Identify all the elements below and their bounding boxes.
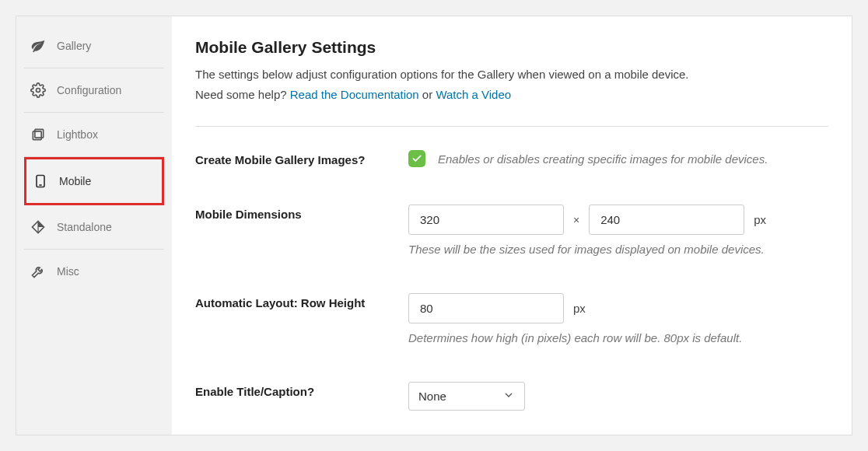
svg-point-0 bbox=[37, 89, 40, 93]
field-label: Mobile Dimensions bbox=[195, 205, 390, 221]
field-label: Create Mobile Gallery Images? bbox=[195, 150, 390, 166]
divider bbox=[195, 126, 828, 127]
field-create-images: Create Mobile Gallery Images? Enables or… bbox=[195, 150, 828, 167]
select-title-caption[interactable]: None bbox=[408, 382, 525, 411]
sidebar-item-misc[interactable]: Misc bbox=[24, 250, 164, 293]
hint-row-height: Determines how high (in pixels) each row… bbox=[408, 331, 828, 344]
input-height[interactable] bbox=[589, 205, 744, 235]
svg-rect-2 bbox=[33, 131, 41, 140]
or-text: or bbox=[419, 88, 436, 101]
input-width[interactable] bbox=[408, 205, 564, 235]
sidebar-item-lightbox[interactable]: Lightbox bbox=[24, 113, 164, 157]
toggle-create-images[interactable] bbox=[408, 150, 425, 167]
sidebar-item-label: Gallery bbox=[57, 40, 91, 52]
field-label: Automatic Layout: Row Height bbox=[195, 293, 390, 309]
times-symbol: × bbox=[573, 214, 579, 226]
diamond-icon bbox=[30, 219, 46, 235]
main-content: Mobile Gallery Settings The settings bel… bbox=[172, 16, 852, 435]
sidebar-item-mobile[interactable]: Mobile bbox=[24, 157, 164, 205]
sidebar: Gallery Configuration Lightbox Mobile St bbox=[16, 16, 172, 435]
leaf-icon bbox=[30, 38, 46, 54]
field-dimensions: Mobile Dimensions × px These will be the… bbox=[195, 205, 828, 256]
sidebar-item-configuration[interactable]: Configuration bbox=[24, 68, 164, 113]
wrench-icon bbox=[30, 264, 46, 279]
video-link[interactable]: Watch a Video bbox=[436, 88, 511, 101]
page-title: Mobile Gallery Settings bbox=[195, 38, 828, 57]
sidebar-item-label: Configuration bbox=[57, 84, 121, 96]
select-value: None bbox=[418, 390, 446, 403]
docs-link[interactable]: Read the Documentation bbox=[290, 88, 419, 101]
svg-rect-1 bbox=[35, 129, 44, 138]
check-icon bbox=[411, 153, 422, 164]
input-row-height[interactable] bbox=[408, 293, 564, 323]
mobile-icon bbox=[33, 173, 48, 189]
sidebar-item-standalone[interactable]: Standalone bbox=[24, 205, 164, 250]
settings-panel: Gallery Configuration Lightbox Mobile St bbox=[16, 16, 852, 435]
desc-line: The settings below adjust configuration … bbox=[195, 68, 689, 81]
field-title-caption: Enable Title/Caption? None bbox=[195, 382, 828, 411]
sidebar-item-label: Lightbox bbox=[57, 128, 98, 141]
unit-text: px bbox=[754, 213, 766, 226]
sidebar-item-label: Misc bbox=[57, 265, 79, 278]
field-label: Enable Title/Caption? bbox=[195, 382, 390, 398]
layers-icon bbox=[30, 127, 46, 142]
page-description: The settings below adjust configuration … bbox=[195, 65, 828, 104]
sidebar-item-label: Mobile bbox=[59, 175, 91, 187]
unit-text: px bbox=[573, 302, 586, 315]
field-row-height: Automatic Layout: Row Height px Determin… bbox=[195, 293, 828, 344]
sidebar-item-label: Standalone bbox=[57, 221, 112, 233]
hint-create-images: Enables or disables creating specific im… bbox=[438, 152, 768, 166]
help-prefix: Need some help? bbox=[195, 88, 290, 101]
hint-dimensions: These will be the sizes used for images … bbox=[408, 243, 828, 256]
chevron-down-icon bbox=[502, 389, 515, 404]
sidebar-item-gallery[interactable]: Gallery bbox=[24, 24, 164, 68]
gear-icon bbox=[30, 82, 46, 98]
